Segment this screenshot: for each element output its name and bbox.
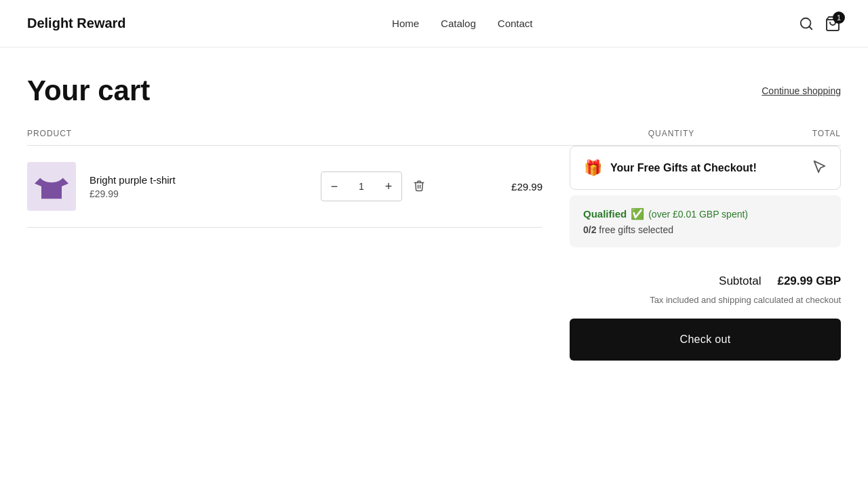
item-total: £29.99 [434,181,542,192]
svg-line-1 [809,26,812,29]
qualified-label: Qualified [583,208,627,220]
item-image [27,162,76,211]
qualified-condition: (over £0.01 GBP spent) [648,209,748,220]
gift-box-left: 🎁 Your Free Gifts at Checkout! [584,159,757,177]
nav-link-catalog[interactable]: Catalog [441,18,476,29]
cart-button[interactable]: 1 [825,16,841,32]
quantity-decrease-button[interactable]: − [321,172,347,201]
quantity-increase-button[interactable]: + [376,172,401,201]
nav-links: Home Catalog Contact [392,18,532,29]
gifts-selected-text: 0/2 free gifts selected [583,224,673,235]
subtotal-value: £29.99 GBP [777,274,841,288]
col-header-total: Total [732,129,841,138]
cart-title: Your cart [27,75,150,107]
checkout-button[interactable]: Check out [570,319,841,361]
quantity-value: 1 [347,181,376,192]
item-price: £29.99 [90,188,176,199]
subtotal-label: Subtotal [719,274,761,288]
gift-box-icon: 🎁 [584,159,602,177]
cart-left: Bright purple t-shirt £29.99 − 1 + [27,146,542,361]
nav-icons: 1 [799,16,841,32]
item-quantity: − 1 + [312,171,434,201]
continue-shopping-button[interactable]: Continue shopping [762,85,841,96]
navbar: Delight Reward Home Catalog Contact 1 [0,0,868,47]
gift-toggle-button[interactable] [812,159,827,177]
col-header-quantity: Quantity [610,129,732,138]
qualified-line: Qualified ✅ (over £0.01 GBP spent) [583,207,827,220]
item-product: Bright purple t-shirt £29.99 [27,162,312,211]
item-info: Bright purple t-shirt £29.99 [90,174,176,199]
gifts-count: 0/2 [583,224,596,235]
gift-title: Your Free Gifts at Checkout! [610,162,757,174]
nav-link-contact[interactable]: Contact [498,18,533,29]
cart-item: Bright purple t-shirt £29.99 − 1 + [27,146,542,228]
cart-table-header: Product Quantity Total [27,129,841,146]
col-header-product: Product [27,129,610,138]
search-icon [799,16,814,31]
cart-header: Your cart Continue shopping [27,75,841,107]
item-name: Bright purple t-shirt [90,174,176,186]
gift-box: 🎁 Your Free Gifts at Checkout! [570,146,841,190]
gifts-selected: 0/2 free gifts selected [583,224,827,235]
brand-name: Delight Reward [27,16,126,31]
search-button[interactable] [799,16,814,31]
item-total-value: £29.99 [511,181,542,192]
quantity-control: − 1 + [321,171,402,201]
cursor-icon [812,159,827,174]
main-content: Your cart Continue shopping Product Quan… [0,47,868,401]
cart-right: 🎁 Your Free Gifts at Checkout! Qualified… [570,146,841,361]
qualified-box: Qualified ✅ (over £0.01 GBP spent) 0/2 f… [570,195,841,247]
cart-badge: 1 [833,12,845,24]
delete-item-button[interactable] [413,171,425,201]
trash-icon [413,180,425,192]
subtotal-section: Subtotal £29.99 GBP Tax included and shi… [570,274,841,361]
tshirt-icon [35,169,68,203]
cart-layout: Bright purple t-shirt £29.99 − 1 + [27,146,841,361]
nav-link-home[interactable]: Home [392,18,419,29]
subtotal-row: Subtotal £29.99 GBP [570,274,841,288]
tax-note: Tax included and shipping calculated at … [570,295,841,305]
check-icon: ✅ [631,207,644,220]
